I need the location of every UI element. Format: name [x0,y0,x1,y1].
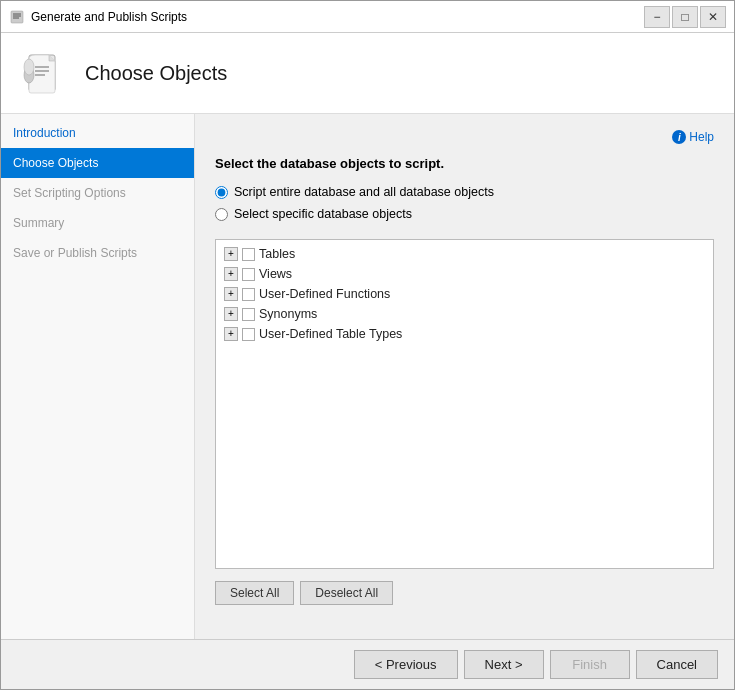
sidebar-item-save-or-publish[interactable]: Save or Publish Scripts [1,238,194,268]
sidebar-item-introduction[interactable]: Introduction [1,118,194,148]
sidebar-item-set-scripting-options[interactable]: Set Scripting Options [1,178,194,208]
expand-views-btn[interactable]: + [224,267,238,281]
sidebar-item-choose-objects[interactable]: Choose Objects [1,148,194,178]
content-area: Introduction Choose Objects Set Scriptin… [1,114,734,639]
checkbox-tables[interactable] [242,248,255,261]
expand-synonyms-btn[interactable]: + [224,307,238,321]
radio-entire-db-input[interactable] [215,186,228,199]
tree-actions: Select All Deselect All [215,581,714,605]
page-header: Choose Objects [1,33,734,114]
tree-item-synonyms[interactable]: + Synonyms [216,304,713,324]
maximize-button[interactable]: □ [672,6,698,28]
radio-group: Script entire database and all database … [215,185,714,229]
checkbox-synonyms[interactable] [242,308,255,321]
radio-entire-db[interactable]: Script entire database and all database … [215,185,714,199]
window-controls: − □ ✕ [644,6,726,28]
section-description: Select the database objects to script. [215,156,714,171]
main-content: i Help Select the database objects to sc… [195,114,734,639]
next-button[interactable]: Next > [464,650,544,679]
sidebar-item-summary[interactable]: Summary [1,208,194,238]
help-icon: i [672,130,686,144]
finish-button[interactable]: Finish [550,650,630,679]
radio-specific-input[interactable] [215,208,228,221]
select-all-button[interactable]: Select All [215,581,294,605]
checkbox-udf[interactable] [242,288,255,301]
radio-specific[interactable]: Select specific database objects [215,207,714,221]
close-button[interactable]: ✕ [700,6,726,28]
header-icon [21,49,69,97]
page-title: Choose Objects [85,62,227,85]
objects-tree: + Tables + Views + User-Defined Function… [215,239,714,569]
previous-button[interactable]: < Previous [354,650,458,679]
tree-item-tables[interactable]: + Tables [216,244,713,264]
tree-item-views[interactable]: + Views [216,264,713,284]
expand-udf-btn[interactable]: + [224,287,238,301]
help-row: i Help [215,130,714,144]
tree-item-udtt[interactable]: + User-Defined Table Types [216,324,713,344]
tree-item-udf[interactable]: + User-Defined Functions [216,284,713,304]
deselect-all-button[interactable]: Deselect All [300,581,393,605]
footer: < Previous Next > Finish Cancel [1,639,734,689]
minimize-button[interactable]: − [644,6,670,28]
checkbox-udtt[interactable] [242,328,255,341]
help-link[interactable]: i Help [672,130,714,144]
svg-rect-0 [11,11,23,23]
main-window: Generate and Publish Scripts − □ ✕ Choos… [0,0,735,690]
app-icon [9,9,25,25]
expand-tables-btn[interactable]: + [224,247,238,261]
sidebar: Introduction Choose Objects Set Scriptin… [1,114,195,639]
expand-udtt-btn[interactable]: + [224,327,238,341]
checkbox-views[interactable] [242,268,255,281]
svg-point-9 [24,59,34,75]
cancel-button[interactable]: Cancel [636,650,718,679]
title-bar: Generate and Publish Scripts − □ ✕ [1,1,734,33]
window-title: Generate and Publish Scripts [31,10,644,24]
